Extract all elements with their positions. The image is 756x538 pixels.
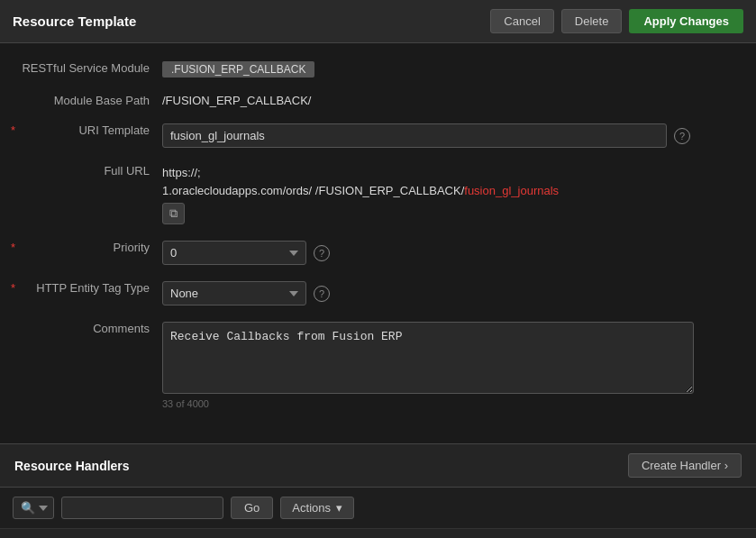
uri-template-value: ?	[162, 120, 738, 148]
col-http-method: HTTP Method	[0, 529, 127, 538]
full-url-highlight: fusion_gl_journals	[464, 184, 559, 197]
restful-service-module-value: .FUSION_ERP_CALLBACK	[162, 58, 738, 78]
col-created-on: Created On	[512, 529, 633, 538]
resource-handlers-header: Resource Handlers Create Handler ›	[0, 443, 756, 488]
full-url-prefix: https://;	[162, 166, 201, 179]
priority-label: Priority	[18, 237, 162, 254]
handlers-table: HTTP Method Items Per Page Mimes Allowed…	[0, 529, 756, 538]
actions-label: Actions	[292, 501, 331, 515]
http-entity-tag-type-value: None Secure Hash Query ?	[162, 278, 738, 305]
priority-value: 0 1 2 ?	[162, 237, 738, 265]
uri-template-row: URI Template ?	[18, 120, 738, 148]
full-url-label: Full URL	[18, 160, 162, 178]
actions-chevron-icon: ▾	[336, 501, 342, 515]
module-badge: .FUSION_ERP_CALLBACK	[162, 61, 314, 78]
full-url-module: /FUSION_ERP_CALLBACK/	[315, 184, 464, 197]
entity-tag-select-wrap: None Secure Hash Query ?	[162, 281, 738, 305]
comments-row: Comments Receive Callbacks from Fusion E…	[18, 318, 738, 409]
full-url-middle: 1.oraclecloudapps.com/ords/	[162, 184, 312, 197]
search-bar: 🔍 Go Actions ▾	[0, 488, 756, 529]
full-url-text: https://; 1.oraclecloudapps.com/ords/ /F…	[162, 164, 738, 199]
restful-service-module-label: RESTful Service Module	[18, 58, 162, 75]
module-base-path-value: /FUSION_ERP_CALLBACK/	[162, 90, 738, 107]
http-entity-tag-type-row: HTTP Entity Tag Type None Secure Hash Qu…	[18, 278, 738, 305]
delete-button[interactable]: Delete	[561, 9, 623, 33]
entity-tag-help-icon[interactable]: ?	[314, 286, 330, 302]
search-input[interactable]	[61, 497, 223, 519]
priority-row: Priority 0 1 2 ?	[18, 237, 738, 265]
copy-url-button[interactable]: ⧉	[162, 203, 185, 224]
priority-help-icon[interactable]: ?	[314, 245, 330, 261]
uri-template-input[interactable]	[162, 123, 667, 148]
resource-handlers-title: Resource Handlers	[14, 459, 130, 473]
col-items-per-page: Items Per Page	[127, 529, 265, 538]
full-url-row: Full URL https://; 1.oraclecloudapps.com…	[18, 160, 738, 224]
uri-template-label: URI Template	[18, 120, 162, 137]
actions-button[interactable]: Actions ▾	[280, 497, 354, 519]
search-field-select[interactable]: 🔍	[13, 497, 54, 519]
restful-service-module-row: RESTful Service Module .FUSION_ERP_CALLB…	[18, 58, 738, 78]
search-select-wrap: 🔍	[13, 497, 54, 519]
uri-template-input-wrap: ?	[162, 123, 738, 148]
create-handler-button[interactable]: Create Handler ›	[628, 453, 742, 478]
page-title: Resource Template	[13, 14, 136, 29]
col-comments: Comments	[403, 529, 512, 538]
priority-select-wrap: 0 1 2 ?	[162, 241, 738, 265]
table-header-row: HTTP Method Items Per Page Mimes Allowed…	[0, 529, 756, 538]
handlers-table-container: HTTP Method Items Per Page Mimes Allowed…	[0, 529, 756, 538]
col-updated-on: Updated On	[633, 529, 756, 538]
header-actions: Cancel Delete Apply Changes	[490, 9, 743, 33]
cancel-button[interactable]: Cancel	[490, 9, 553, 33]
module-base-path-row: Module Base Path /FUSION_ERP_CALLBACK/	[18, 90, 738, 107]
apply-changes-button[interactable]: Apply Changes	[629, 9, 743, 33]
table-header: HTTP Method Items Per Page Mimes Allowed…	[0, 529, 756, 538]
entity-tag-type-select[interactable]: None Secure Hash Query	[162, 281, 306, 305]
col-mimes-allowed: Mimes Allowed	[265, 529, 403, 538]
module-base-path-label: Module Base Path	[18, 90, 162, 107]
copy-icon: ⧉	[169, 206, 178, 220]
full-url-container: https://; 1.oraclecloudapps.com/ords/ /F…	[162, 160, 738, 224]
comments-label: Comments	[18, 318, 162, 335]
uri-template-help-icon[interactable]: ?	[674, 128, 690, 144]
comments-textarea[interactable]: Receive Callbacks from Fusion ERP	[162, 322, 694, 394]
http-entity-tag-type-label: HTTP Entity Tag Type	[18, 278, 162, 295]
page-header: Resource Template Cancel Delete Apply Ch…	[0, 0, 756, 43]
go-button[interactable]: Go	[231, 497, 273, 519]
comments-container: Receive Callbacks from Fusion ERP 33 of …	[162, 318, 738, 409]
priority-select[interactable]: 0 1 2	[162, 241, 306, 265]
char-count: 33 of 4000	[162, 398, 738, 409]
main-form: RESTful Service Module .FUSION_ERP_CALLB…	[0, 43, 756, 436]
